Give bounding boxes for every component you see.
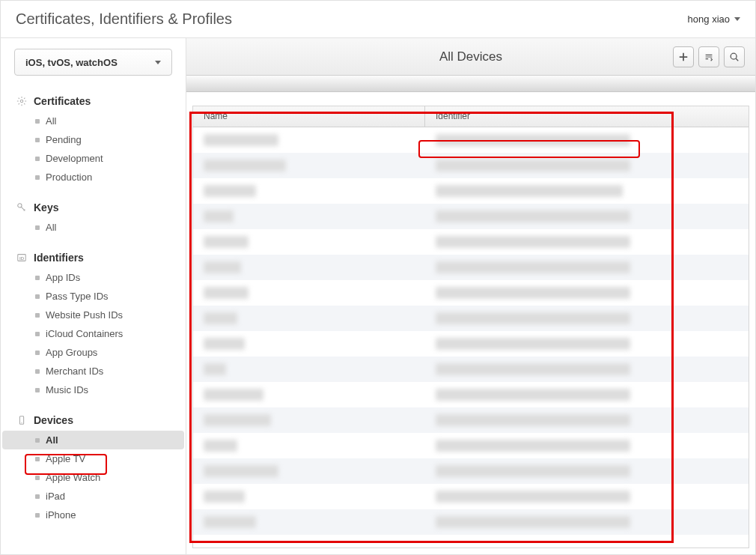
sidebar-item-all[interactable]: All [2, 112, 184, 130]
cell-identifier [425, 491, 749, 503]
bullet-icon [35, 351, 40, 355]
sidebar-item-development[interactable]: Development [2, 149, 184, 168]
bullet-icon [35, 294, 40, 299]
header-actions [673, 46, 745, 67]
table-row[interactable] [193, 484, 749, 509]
sidebar-item-apple-watch[interactable]: Apple Watch [2, 468, 184, 487]
sidebar-item-production[interactable]: Production [2, 168, 184, 186]
cell-name [193, 363, 425, 375]
search-button[interactable] [724, 46, 745, 67]
table-row[interactable] [193, 357, 749, 382]
svg-point-0 [20, 100, 23, 103]
col-identifier[interactable]: Identifier [425, 106, 749, 127]
table-row[interactable] [193, 127, 749, 153]
table-row[interactable] [193, 178, 749, 204]
edit-icon [704, 52, 714, 62]
edit-button[interactable] [698, 46, 719, 67]
cell-identifier [425, 236, 749, 248]
sidebar-item-iphone[interactable]: iPhone [2, 506, 184, 524]
search-icon [729, 52, 740, 62]
cell-name [193, 440, 425, 452]
page-header: Certificates, Identifiers & Profiles hon… [1, 1, 755, 38]
account-name: hong xiao [688, 13, 730, 25]
platform-select[interactable]: iOS, tvOS, watchOS [14, 49, 172, 76]
table-row[interactable] [193, 306, 749, 331]
svg-point-5 [21, 422, 22, 423]
sidebar-item-label: App IDs [46, 272, 80, 283]
table-row[interactable] [193, 458, 749, 484]
table-row[interactable] [193, 407, 749, 433]
sidebar-item-label: Production [46, 172, 92, 183]
sidebar-item-apple-tv[interactable]: Apple TV [2, 449, 184, 468]
sidebar-item-pass-type-ids[interactable]: Pass Type IDs [2, 287, 184, 306]
devices-table: Name Identifier [192, 106, 749, 548]
sidebar-item-website-push-ids[interactable]: Website Push IDs [2, 306, 184, 324]
sidebar-item-label: iPhone [46, 509, 76, 521]
device-icon [16, 414, 28, 426]
account-menu[interactable]: hong xiao [688, 13, 740, 25]
table-row[interactable] [193, 204, 749, 229]
table-row[interactable] [193, 331, 749, 357]
cell-identifier [425, 160, 749, 172]
table-header-row: Name Identifier [193, 106, 749, 127]
table-row[interactable] [193, 382, 749, 407]
cell-identifier [425, 516, 749, 528]
col-name[interactable]: Name [193, 106, 425, 127]
cell-name [193, 160, 425, 172]
sidebar-item-app-ids[interactable]: App IDs [2, 268, 184, 287]
sidebar-item-merchant-ids[interactable]: Merchant IDs [2, 362, 184, 380]
cell-name [193, 389, 425, 401]
cell-identifier [425, 185, 749, 197]
cell-identifier [425, 389, 749, 401]
bullet-icon [35, 369, 40, 374]
sidebar-item-label: App Groups [46, 347, 97, 358]
table-row[interactable] [193, 255, 749, 280]
bullet-icon [35, 225, 40, 230]
sidebar-item-label: All [46, 222, 56, 233]
bullet-icon [35, 494, 40, 499]
bullet-icon [35, 157, 40, 161]
table-row[interactable] [193, 229, 749, 255]
id-icon: ID [16, 252, 28, 264]
cell-name [193, 287, 425, 299]
add-button[interactable] [673, 46, 694, 67]
app-window: Certificates, Identifiers & Profiles hon… [0, 0, 756, 555]
table-row[interactable] [193, 509, 749, 535]
bullet-icon [35, 313, 40, 318]
bullet-icon [35, 276, 40, 280]
bullet-icon [35, 476, 40, 480]
section-header-identifiers[interactable]: IDIdentifiers [1, 247, 186, 268]
table-row[interactable] [193, 280, 749, 306]
cell-identifier [425, 287, 749, 299]
bullet-icon [35, 388, 40, 392]
sidebar-item-icloud-containers[interactable]: iCloud Containers [2, 324, 184, 343]
table-body[interactable] [193, 127, 749, 548]
section-header-certificates[interactable]: Certificates [1, 91, 186, 112]
cell-name [193, 134, 425, 146]
section-header-devices[interactable]: Devices [1, 410, 186, 431]
table-row[interactable] [193, 433, 749, 458]
svg-text:ID: ID [19, 255, 25, 261]
sidebar-item-pending[interactable]: Pending [2, 130, 184, 149]
section-title: Devices [34, 414, 73, 426]
svg-point-6 [731, 53, 737, 59]
sidebar-item-app-groups[interactable]: App Groups [2, 343, 184, 362]
sidebar-item-ipad[interactable]: iPad [2, 487, 184, 506]
cell-identifier [425, 440, 749, 452]
section-title: Keys [34, 201, 58, 213]
section-title: Certificates [34, 95, 91, 107]
content-title: All Devices [439, 49, 502, 64]
table-row[interactable] [193, 153, 749, 178]
sidebar-item-music-ids[interactable]: Music IDs [2, 380, 184, 399]
bullet-icon [35, 513, 40, 518]
sidebar-item-label: Apple Watch [46, 472, 100, 483]
caret-down-icon [155, 61, 161, 64]
sidebar-item-label: iCloud Containers [46, 328, 123, 339]
sidebar-item-all[interactable]: All [2, 431, 184, 449]
cell-identifier [425, 261, 749, 273]
section-header-keys[interactable]: Keys [1, 197, 186, 218]
gear-icon [16, 95, 28, 107]
cell-name [193, 236, 425, 248]
sidebar-item-all[interactable]: All [2, 218, 184, 237]
cell-name [193, 516, 425, 528]
